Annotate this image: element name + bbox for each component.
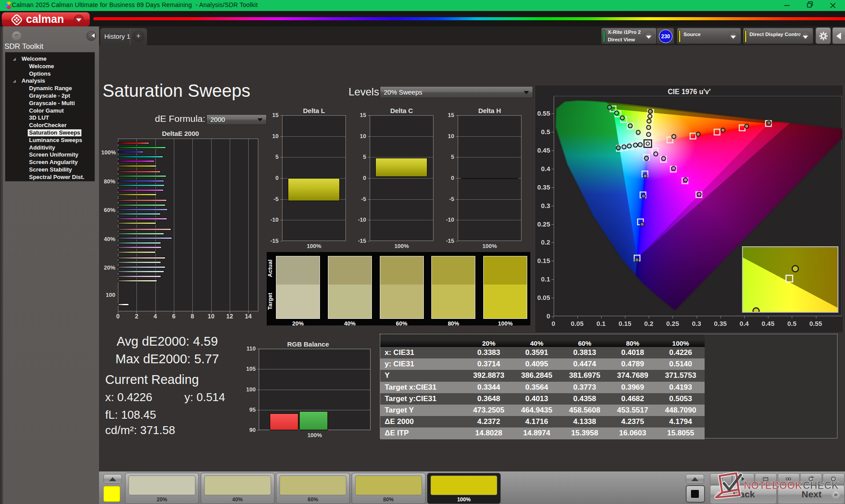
svg-text:CHECK: CHECK: [803, 480, 839, 491]
svg-text:NOTEBOOK: NOTEBOOK: [744, 480, 802, 491]
